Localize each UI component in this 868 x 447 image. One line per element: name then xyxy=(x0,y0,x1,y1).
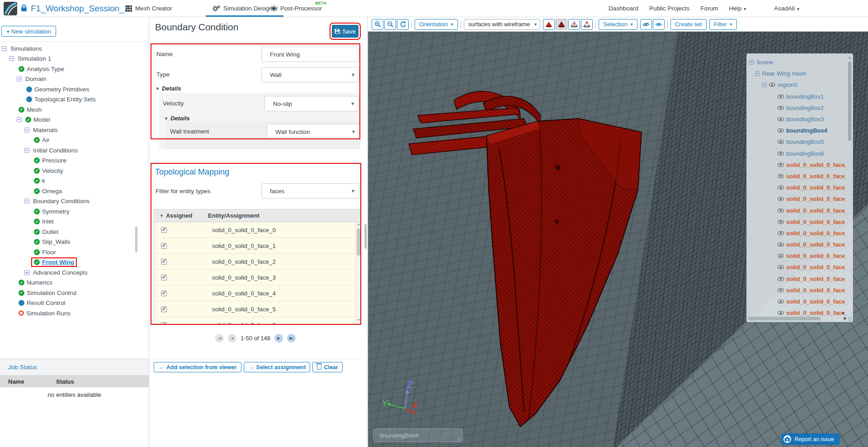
zoom-out-button[interactable] xyxy=(384,19,396,30)
scene-tree-item[interactable]: solid_0_solid_0_face_2 xyxy=(747,182,846,193)
render-surface-wireframe-button[interactable] xyxy=(556,19,567,30)
visibility-eye-icon[interactable] xyxy=(778,128,784,133)
tree-item[interactable]: Initial Conditions xyxy=(0,145,146,156)
scene-tree-item[interactable]: Scene xyxy=(747,57,846,68)
visibility-eye-icon[interactable] xyxy=(778,220,784,224)
tree-item[interactable]: Domain xyxy=(0,74,146,85)
scene-tree-item[interactable]: boundingBox5 xyxy=(747,136,846,147)
tree-item[interactable]: Air xyxy=(0,135,146,146)
entity-type-select[interactable]: faces xyxy=(261,183,359,199)
assignment-row[interactable]: solid_0_solid_0_face_1 xyxy=(154,238,359,254)
workflow-tab[interactable]: Simulation Designer xyxy=(212,0,278,17)
visibility-eye-icon[interactable] xyxy=(778,174,784,178)
visibility-eye-icon[interactable] xyxy=(769,83,775,87)
assigned-checkbox[interactable] xyxy=(161,290,167,296)
scene-tree-item[interactable]: solid_0_solid_0_face_1 xyxy=(747,171,846,182)
scroll-right-icon[interactable]: ▶ xyxy=(844,316,847,320)
assigned-column-header[interactable]: Assigned xyxy=(166,212,208,219)
wall-treatment-select[interactable]: Wall function xyxy=(267,124,360,139)
sort-icon[interactable]: ▼ xyxy=(160,214,164,218)
visibility-eye-icon[interactable] xyxy=(778,288,784,292)
tree-item[interactable]: Outlet xyxy=(0,227,146,237)
tree-item[interactable]: Topological Entity Sets xyxy=(0,95,146,105)
new-simulation-button[interactable]: +New simulation xyxy=(1,26,56,37)
tree-item[interactable]: Front Wing xyxy=(0,257,146,268)
tree-toggle-icon[interactable] xyxy=(17,76,22,81)
scene-vertical-scrollbar[interactable]: ▲ xyxy=(848,56,852,316)
visibility-eye-icon[interactable] xyxy=(778,231,784,235)
selection-dropdown[interactable]: Selection xyxy=(599,19,637,30)
refresh-view-button[interactable] xyxy=(397,19,409,30)
first-page-button[interactable]: |◀ xyxy=(215,334,224,342)
visibility-eye-icon[interactable] xyxy=(778,117,784,121)
scene-tree-item[interactable]: solid_0_solid_0_face_5 xyxy=(747,216,846,228)
assignment-action-button[interactable]: Add selection from viewer xyxy=(154,362,241,372)
create-set-button[interactable]: Create set xyxy=(670,19,707,30)
tree-item[interactable]: Numerics xyxy=(0,278,146,288)
assignment-row[interactable]: solid_0_solid_0_face_5 xyxy=(154,301,359,317)
assignment-row[interactable]: solid_0_solid_0_face_2 xyxy=(154,254,359,270)
filter-dropdown[interactable]: Filter xyxy=(709,19,737,30)
tree-item[interactable]: Omega xyxy=(0,186,146,196)
report-issue-button[interactable]: Report an issue xyxy=(781,433,840,445)
sidebar-scrollbar[interactable] xyxy=(135,226,137,252)
tree-toggle-icon[interactable] xyxy=(9,56,14,61)
tree-toggle-icon[interactable] xyxy=(24,199,29,204)
tree-item[interactable]: Simulation Control xyxy=(0,288,146,298)
tree-item[interactable]: Slip_Walls xyxy=(0,237,146,247)
tree-item[interactable]: Velocity xyxy=(0,166,146,176)
visibility-eye-icon[interactable] xyxy=(778,209,784,213)
tree-item[interactable]: Model xyxy=(0,115,146,125)
orientation-dropdown[interactable]: Orientation xyxy=(415,19,458,30)
tree-item[interactable]: k xyxy=(0,176,146,186)
scene-tree-item[interactable]: boundingBox4 xyxy=(747,125,846,136)
tree-item[interactable]: Symmetry xyxy=(0,206,146,217)
scene-tree-item[interactable]: boundingBox1 xyxy=(747,91,846,102)
details-header[interactable]: Details xyxy=(156,85,181,92)
nav-link[interactable]: Dashboard xyxy=(609,5,638,12)
tree-item[interactable]: Advanced Concepts xyxy=(0,267,146,278)
hide-selected-button[interactable] xyxy=(640,19,652,30)
scene-tree-item[interactable]: solid_0_solid_0_face_4 xyxy=(747,204,846,216)
assignment-action-button[interactable]: Select assignment xyxy=(244,362,311,372)
scene-tree-item[interactable]: boundingBox3 xyxy=(747,114,846,125)
tree-item[interactable]: Mesh xyxy=(0,105,146,115)
details-sub-header[interactable]: Details xyxy=(164,115,190,122)
display-mode-select[interactable]: surfaces with wireframe xyxy=(464,19,541,30)
assigned-checkbox[interactable] xyxy=(161,259,167,265)
name-input[interactable] xyxy=(261,47,359,62)
nav-link[interactable]: Public Projects xyxy=(649,5,689,12)
scene-tree-item[interactable]: boundingBox2 xyxy=(747,102,846,114)
visibility-eye-icon[interactable] xyxy=(778,185,784,190)
visibility-eye-icon[interactable] xyxy=(778,243,784,247)
scene-tree-item[interactable]: solid_0_solid_0_face_0 xyxy=(747,159,846,171)
render-solid-button[interactable] xyxy=(543,19,555,30)
render-points-button[interactable] xyxy=(581,19,593,30)
scene-tree-item[interactable]: solid_0_solid_0_face_9 xyxy=(747,262,846,273)
entity-column-header[interactable]: Entity/Assignment xyxy=(208,212,259,219)
scene-toggle-icon[interactable] xyxy=(762,82,767,87)
tree-item[interactable]: Simulations xyxy=(0,43,146,54)
scene-vscroll-thumb[interactable] xyxy=(848,62,851,141)
user-menu[interactable]: AsadAli xyxy=(774,5,799,12)
visibility-eye-icon[interactable] xyxy=(778,106,784,110)
table-scrollbar[interactable]: ▲ ▼ xyxy=(355,222,361,323)
visibility-eye-icon[interactable] xyxy=(778,95,784,99)
scene-tree-item[interactable]: solid_0_solid_0_face_6 xyxy=(747,228,846,239)
tree-item[interactable]: Simulation 1 xyxy=(0,54,146,64)
workflow-tab[interactable]: Post-Processor BETA xyxy=(270,0,322,17)
visibility-eye-icon[interactable] xyxy=(778,197,784,201)
scene-tree-item[interactable]: solid_0_solid_0_face_8 xyxy=(747,250,846,262)
zoom-in-button[interactable] xyxy=(372,19,383,30)
scene-tree-item[interactable]: solid_0_solid_0_face_10 xyxy=(747,273,846,285)
last-page-button[interactable]: ▶| xyxy=(287,334,296,342)
tree-item[interactable]: Pressure xyxy=(0,156,146,166)
tree-item[interactable]: Materials xyxy=(0,125,146,135)
help-menu[interactable]: Help xyxy=(729,5,746,12)
scene-tree-item[interactable]: region0 xyxy=(747,79,846,90)
tree-item[interactable]: Geometry Primitives xyxy=(0,84,146,95)
visibility-eye-icon[interactable] xyxy=(778,300,784,304)
assignment-row[interactable]: solid_0_solid_0_face_6 xyxy=(154,317,359,324)
scene-tree-item[interactable]: Rear Wing mesh xyxy=(747,68,846,79)
scroll-down-icon[interactable]: ▼ xyxy=(356,318,362,323)
